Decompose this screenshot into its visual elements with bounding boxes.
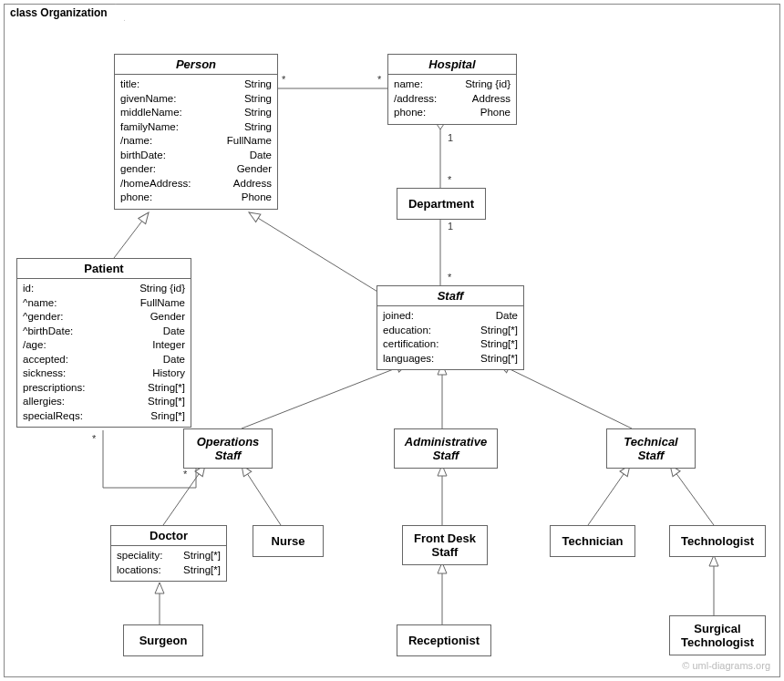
attr-row: title:String [120,77,272,92]
attr-row: /name:FullName [120,134,272,149]
svg-line-7 [499,364,632,428]
class-operations-staff: Operations Staff [183,428,273,469]
mult-hosp-dept-star: * [448,174,451,185]
class-name: Administrative Staff [395,432,497,465]
class-department: Department [397,188,486,220]
class-front-desk-staff: Front Desk Staff [402,525,488,565]
class-name: Surgeon [124,631,202,650]
attr-row: phone:Phone [394,106,511,120]
class-name: Staff [377,286,523,305]
attr-row: sickness:History [23,366,185,381]
attr-row: languages:String[*] [383,352,518,366]
attrs: joined:Dateeducation:String[*]certificat… [377,306,523,369]
package-frame: class Organization [4,4,780,677]
attr-row: speciality:String[*] [117,549,221,563]
attrs: id:String {id}^name:FullName^gender:Gend… [17,279,191,427]
mult-patient-ops-star1: * [92,433,96,444]
attrs: speciality:String[*]locations:String[*] [111,546,226,581]
class-name: Person [115,55,277,74]
svg-line-3 [114,212,149,258]
mult-person-side: * [282,74,285,85]
svg-line-4 [249,212,387,297]
watermark: © uml-diagrams.org [682,660,770,671]
svg-line-5 [242,364,407,428]
class-name: Hospital [388,55,516,74]
class-name: Patient [17,259,191,278]
class-person: Person title:StringgivenName:Stringmiddl… [114,54,278,210]
attr-row: /homeAddress:Address [120,177,272,191]
class-technician: Technician [550,525,635,557]
class-name: Doctor [111,526,226,545]
attrs: name:String {id}/address:Addressphone:Ph… [388,75,516,124]
class-hospital: Hospital name:String {id}/address:Addres… [387,54,517,125]
attr-row: name:String {id} [394,77,511,92]
mult-dept-staff-star: * [448,272,451,283]
mult-hosp-dept-1: 1 [448,132,453,143]
class-name: Technical Staff [607,432,695,465]
attr-row: /age:Integer [23,338,185,353]
class-doctor: Doctor speciality:String[*]locations:Str… [110,525,227,582]
attr-row: givenName:String [120,92,272,107]
attr-row: middleName:String [120,106,272,120]
attr-row: allergies:String[*] [23,395,185,409]
mult-dept-staff-1: 1 [448,221,453,232]
class-name: Operations Staff [184,432,272,465]
frame-label: class Organization [4,4,125,21]
attr-row: ^gender:Gender [23,310,185,325]
attr-row: gender:Gender [120,162,272,177]
class-technical-staff: Technical Staff [606,428,696,469]
class-technologist: Technologist [669,525,766,557]
attr-row: accepted:Date [23,353,185,367]
mult-hospital-side: * [377,74,381,85]
class-name: Surgical Technologist [670,619,765,652]
mult-patient-ops-star2: * [183,469,187,480]
class-surgical-technologist: Surgical Technologist [669,615,766,655]
class-nurse: Nurse [253,525,324,557]
attr-row: joined:Date [383,309,518,324]
class-name: Department [397,194,485,213]
svg-line-12 [670,465,714,525]
class-patient: Patient id:String {id}^name:FullName^gen… [16,258,191,428]
attr-row: education:String[*] [383,324,518,338]
class-name: Nurse [253,531,323,551]
svg-line-9 [242,465,281,525]
class-name: Receptionist [397,631,490,650]
class-surgeon: Surgeon [123,624,203,656]
class-name: Technologist [670,531,765,551]
class-staff: Staff joined:Dateeducation:String[*]cert… [377,285,524,370]
class-receptionist: Receptionist [397,624,491,656]
class-name: Front Desk Staff [403,529,487,562]
attr-row: specialReqs:Sring[*] [23,409,185,424]
attr-row: ^birthDate:Date [23,325,185,339]
attr-row: ^name:FullName [23,296,185,311]
attr-row: phone:Phone [120,191,272,205]
attr-row: familyName:String [120,120,272,135]
class-name: Technician [551,531,634,551]
attr-row: id:String {id} [23,282,185,296]
attr-row: locations:String[*] [117,563,221,578]
attr-row: /address:Address [394,92,511,107]
attr-row: certification:String[*] [383,337,518,352]
attr-row: prescriptions:String[*] [23,381,185,396]
svg-line-11 [588,465,630,525]
attrs: title:StringgivenName:StringmiddleName:S… [115,75,277,209]
attr-row: birthDate:Date [120,149,272,163]
class-administrative-staff: Administrative Staff [394,428,498,469]
